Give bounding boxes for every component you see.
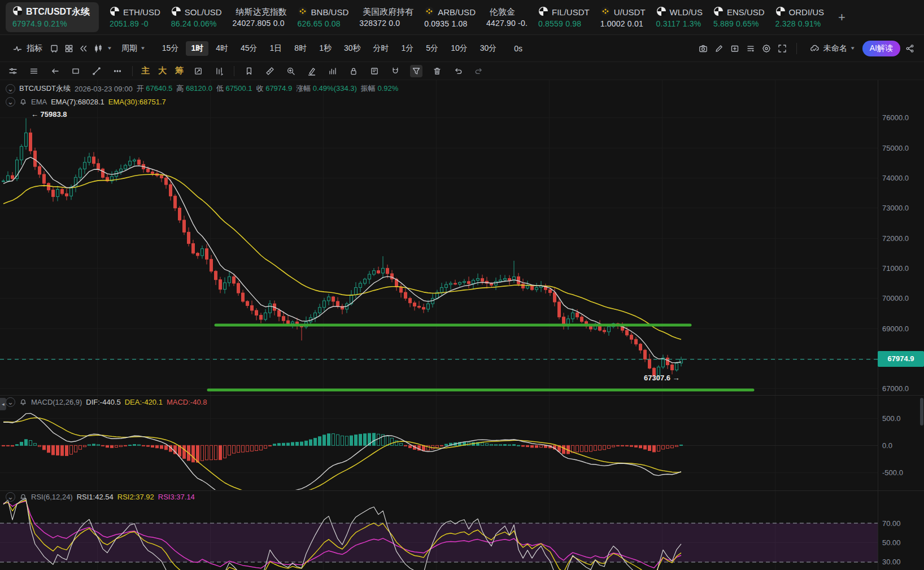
lock-icon[interactable] [347, 65, 360, 77]
rect-icon[interactable] [69, 65, 82, 77]
cursor-left-icon[interactable] [49, 65, 61, 77]
k-multi-icon[interactable] [213, 65, 225, 77]
trend-line-icon[interactable] [90, 65, 103, 77]
ticker-price: 24027.805 [233, 19, 271, 28]
ticker-ens-usd[interactable]: ENS/USD 5.889 0.65% [713, 6, 765, 28]
collapse-icon[interactable]: ⌄ [6, 492, 15, 502]
timeframe-30分[interactable]: 30分 [475, 41, 502, 56]
pattern-icon[interactable] [326, 65, 339, 77]
timeframe-5分[interactable]: 5分 [421, 41, 443, 56]
ai-analysis-button[interactable]: AI解读 [862, 41, 900, 56]
ticker-name: ORDI/US [789, 7, 825, 17]
ticker-ordi-us[interactable]: ORDI/US 2.328 0.91% [775, 6, 825, 28]
timeframe-1秒[interactable]: 1秒 [314, 41, 337, 56]
svg-text:76000.0: 76000.0 [882, 113, 909, 122]
timeframe-分时[interactable]: 分时 [368, 41, 394, 56]
ticker-fil-usdt[interactable]: FIL/USDT 0.8559 0.98 [538, 6, 590, 28]
period-button[interactable]: 周期 ▼ [118, 41, 149, 56]
add-ticker-button[interactable]: + [838, 10, 845, 25]
token-icon [538, 6, 548, 18]
rows-icon[interactable] [744, 42, 757, 55]
k-edit-icon[interactable] [192, 65, 204, 77]
svg-text:70000.0: 70000.0 [882, 294, 909, 302]
token-icon [775, 6, 786, 18]
sliders-icon[interactable] [7, 65, 19, 77]
ticker-wld-us[interactable]: WLD/US 0.3117 1.3% [656, 6, 703, 28]
svg-text:30.00: 30.00 [882, 558, 901, 566]
ticker-name: ENS/USD [727, 7, 765, 17]
ticker-change: 1.3% [683, 19, 701, 28]
share-icon[interactable] [904, 42, 916, 55]
ticker-bnb-usd[interactable]: BNB/USD 626.65 0.08 [298, 6, 349, 28]
ticker-change: 0.01 [627, 19, 643, 28]
draw-tab-筹[interactable]: 筹 [175, 65, 184, 76]
pencil-icon[interactable] [713, 42, 725, 55]
token-icon [424, 6, 434, 18]
candle-style-icon[interactable] [92, 42, 104, 55]
bookmark-icon[interactable] [243, 65, 255, 77]
gear-icon[interactable] [760, 42, 773, 55]
dots-icon[interactable] [111, 65, 124, 77]
timeframe-10分[interactable]: 10分 [446, 41, 473, 56]
draw-tab-大[interactable]: 大 [158, 65, 167, 76]
chevron-down-icon: ▼ [107, 46, 112, 51]
ticker-change: 1.08 [451, 19, 467, 28]
collapse-icon[interactable]: ⌄ [6, 84, 15, 94]
collapse-icon[interactable]: ⌄ [6, 397, 15, 407]
amplitude-value: 0.92% [377, 84, 398, 93]
magnet-icon[interactable] [389, 65, 402, 77]
ticker-btc-usdt-[interactable]: BTC/USDT永续 67974.9 0.21% [6, 2, 99, 32]
pane-handle-left[interactable]: ◂ [0, 398, 6, 410]
timeframe-4时[interactable]: 4时 [211, 41, 233, 56]
draw-tab-主[interactable]: 主 [141, 65, 150, 76]
zoom-in-icon[interactable] [285, 65, 297, 77]
ticker-u-usdt[interactable]: U/USDT 1.0002 0.01 [600, 6, 646, 28]
ticker--[interactable]: 纳斯达克指数 24027.805 0.0 [233, 7, 287, 28]
ticker-change: 0.98 [565, 19, 581, 28]
timeframe-1时[interactable]: 1时 [186, 41, 208, 56]
timeframe-1日[interactable]: 1日 [265, 41, 287, 56]
axis-scrollbar[interactable] [920, 398, 923, 426]
ticker-arb-usd[interactable]: ARB/USD 0.0935 1.08 [424, 6, 476, 28]
board-icon[interactable] [48, 42, 60, 55]
save-layout-button[interactable]: 未命名 ▼ [805, 40, 859, 58]
alert-bell-icon[interactable] [19, 398, 27, 406]
ticker-sol-usd[interactable]: SOL/USD 86.24 0.06% [171, 6, 222, 28]
ticker--[interactable]: 伦敦金 4427.90 -0. [486, 7, 528, 28]
expand-icon[interactable] [776, 42, 788, 55]
timeframe-30秒[interactable]: 30秒 [339, 41, 366, 56]
indicator-button[interactable]: 指标 [8, 40, 46, 58]
camera-icon[interactable] [697, 42, 709, 55]
macd-title: MACD(12,26,9) [31, 398, 82, 406]
marker-icon[interactable] [306, 65, 318, 77]
undo-icon[interactable] [452, 65, 464, 77]
form-icon[interactable] [368, 65, 381, 77]
trash-icon[interactable] [431, 65, 443, 77]
redo-icon[interactable] [473, 65, 485, 77]
menu-icon[interactable] [28, 65, 40, 77]
rsi3-value: RSI3:37.14 [158, 493, 195, 501]
timeframe-15分[interactable]: 15分 [157, 41, 184, 56]
ticker-price: 5.889 [713, 19, 734, 28]
alert-bell-icon[interactable] [19, 98, 27, 106]
timeframe-1分[interactable]: 1分 [396, 41, 419, 56]
zero-second-button[interactable]: 0s [514, 44, 522, 53]
collapse-icon[interactable]: ⌄ [6, 97, 15, 107]
replay-icon[interactable] [77, 42, 90, 55]
timeframe-8时[interactable]: 8时 [289, 41, 312, 56]
token-icon [171, 6, 181, 18]
ticker-eth-usd[interactable]: ETH/USD 2051.89 -0 [110, 6, 160, 28]
ticker--[interactable]: 美国政府持有 328372 0.0 [359, 7, 413, 28]
ema7-value: EMA(7):68028.1 [51, 98, 104, 106]
high-value: 68120.0 [186, 84, 212, 93]
cloud-check-icon [808, 42, 821, 55]
window-plus-icon[interactable] [729, 42, 741, 55]
divider [796, 43, 797, 54]
funnel-icon[interactable] [410, 65, 422, 77]
ticker-change: 0.08 [325, 19, 341, 28]
ruler-icon[interactable] [264, 65, 276, 77]
alert-bell-icon[interactable] [19, 493, 27, 501]
layout-icon[interactable] [63, 42, 75, 55]
timeframe-45分[interactable]: 45分 [236, 41, 263, 56]
token-icon [298, 6, 308, 18]
